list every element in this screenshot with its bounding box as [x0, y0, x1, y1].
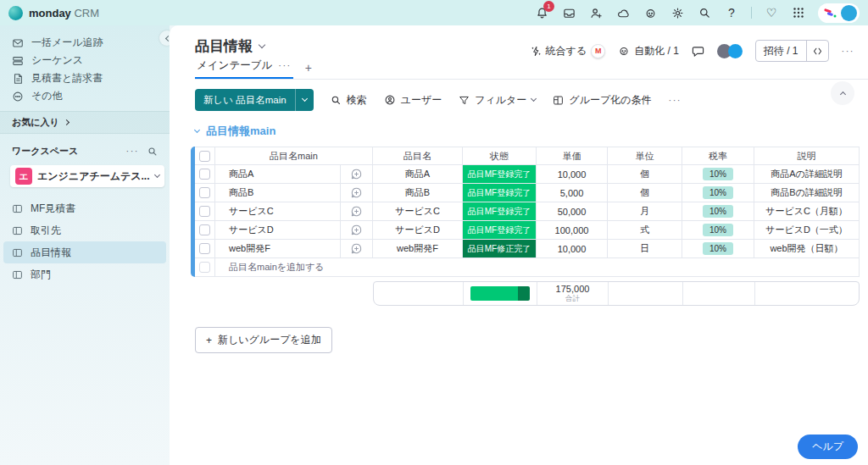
- copy-link-icon[interactable]: [806, 41, 828, 61]
- tab-options-icon[interactable]: ···: [278, 61, 292, 70]
- group-header[interactable]: 品目情報main: [195, 124, 868, 139]
- workspace-selector[interactable]: エ エンジニアチームテス...: [10, 165, 164, 187]
- settings-gear-icon[interactable]: [670, 5, 685, 20]
- row-checkbox[interactable]: [199, 206, 210, 217]
- checkbox-cell[interactable]: [195, 147, 215, 165]
- add-conversation-icon[interactable]: [350, 224, 363, 236]
- inbox-icon[interactable]: [561, 5, 576, 20]
- checkbox-cell[interactable]: [195, 240, 215, 258]
- automation-button[interactable]: 自動化 / 1: [618, 44, 679, 58]
- workspace-options-icon[interactable]: ···: [126, 147, 140, 156]
- column-header-税率[interactable]: 税率: [682, 147, 754, 165]
- sidebar-board-取引先[interactable]: 取引先: [3, 219, 166, 241]
- assistant-bot-icon[interactable]: [643, 5, 658, 20]
- checkbox-cell[interactable]: [195, 258, 215, 277]
- help-button[interactable]: ヘルプ: [798, 435, 858, 459]
- column-header-説明[interactable]: 説明: [754, 147, 860, 165]
- unit-cell[interactable]: 個: [608, 184, 682, 202]
- item-name-column-cell[interactable]: 商品A: [373, 165, 463, 184]
- tax-cell[interactable]: 10%: [682, 221, 754, 240]
- status-distribution-cell[interactable]: [464, 282, 537, 305]
- price-cell[interactable]: 10,000: [537, 240, 608, 258]
- tab-main-table[interactable]: メインテーブル ···: [195, 58, 293, 79]
- favorites-section[interactable]: お気に入り: [0, 111, 170, 134]
- price-cell[interactable]: 10,000: [537, 165, 608, 184]
- checkbox-cell[interactable]: [195, 202, 215, 221]
- column-header-状態[interactable]: 状態: [463, 147, 537, 165]
- sidebar-board-品目情報[interactable]: 品目情報: [3, 241, 166, 263]
- unit-cell[interactable]: 日: [608, 240, 682, 258]
- open-conversation-cell[interactable]: [341, 184, 373, 202]
- price-cell[interactable]: 50,000: [537, 202, 608, 221]
- description-cell[interactable]: 商品Aの詳細説明: [754, 165, 860, 184]
- sidebar-item-bulk-email-tracking[interactable]: 一括メール追跡: [12, 34, 170, 52]
- workspace-search-icon[interactable]: [147, 147, 158, 157]
- column-header-品目名[interactable]: 品目名: [373, 147, 463, 165]
- tax-cell[interactable]: 10%: [682, 202, 754, 221]
- add-conversation-icon[interactable]: [350, 242, 363, 255]
- description-cell[interactable]: 商品Bの詳細説明: [754, 184, 860, 202]
- filter-button[interactable]: フィルター: [459, 93, 536, 108]
- add-conversation-icon[interactable]: [350, 168, 363, 180]
- group-caret-icon[interactable]: [194, 127, 200, 133]
- item-name-cell[interactable]: サービスC: [215, 202, 341, 221]
- person-filter-button[interactable]: ユーザー: [384, 93, 442, 108]
- item-name-cell[interactable]: 商品B: [215, 184, 341, 202]
- add-conversation-icon[interactable]: [350, 186, 363, 199]
- row-checkbox[interactable]: [199, 151, 210, 162]
- new-item-caret[interactable]: [295, 89, 314, 111]
- sidebar-item-others[interactable]: その他: [12, 87, 170, 105]
- description-cell[interactable]: サービスC（月額）: [754, 202, 860, 221]
- unit-cell[interactable]: 個: [608, 165, 682, 184]
- item-name-cell[interactable]: 商品A: [215, 165, 341, 184]
- item-name-column-cell[interactable]: web開発F: [373, 240, 463, 258]
- favorites-heart-icon[interactable]: ♡: [764, 5, 779, 20]
- integrate-button[interactable]: 統合する M: [531, 44, 606, 58]
- search-icon[interactable]: [697, 5, 712, 20]
- add-item-label[interactable]: 品目名mainを追加する: [215, 258, 860, 277]
- sidebar-item-sequence[interactable]: シーケンス: [12, 52, 170, 69]
- status-cell[interactable]: 品目MF修正完了: [463, 240, 537, 258]
- group-by-button[interactable]: グループ化の条件: [553, 93, 651, 108]
- open-conversation-cell[interactable]: [341, 202, 373, 221]
- item-name-cell[interactable]: web開発F: [215, 240, 341, 258]
- user-avatar[interactable]: [841, 5, 857, 21]
- sidebar-board-MF見積書[interactable]: MF見積書: [3, 197, 166, 219]
- sidebar-item-quotes-invoices[interactable]: 見積書と請求書: [12, 69, 170, 87]
- status-cell[interactable]: 品目MF登録完了: [463, 184, 537, 202]
- item-name-column-cell[interactable]: サービスC: [373, 202, 463, 221]
- row-checkbox[interactable]: [199, 224, 210, 235]
- open-conversation-cell[interactable]: [341, 165, 373, 184]
- add-conversation-icon[interactable]: [350, 205, 363, 218]
- notifications-bell-icon[interactable]: 1: [534, 5, 549, 20]
- column-header-単位[interactable]: 単位: [608, 147, 682, 165]
- search-button[interactable]: 検索: [331, 93, 367, 108]
- toolbar-more-icon[interactable]: ···: [668, 96, 682, 105]
- open-conversation-cell[interactable]: [341, 221, 373, 240]
- row-checkbox[interactable]: [199, 169, 210, 180]
- brand[interactable]: monday CRM: [8, 6, 99, 20]
- row-checkbox[interactable]: [199, 243, 210, 254]
- price-cell[interactable]: 100,000: [537, 221, 608, 240]
- status-cell[interactable]: 品目MF登録完了: [463, 221, 537, 240]
- unit-cell[interactable]: 式: [608, 221, 682, 240]
- column-header-単価[interactable]: 単価: [537, 147, 608, 165]
- invite-members-icon[interactable]: [588, 5, 604, 20]
- tax-cell[interactable]: 10%: [682, 165, 754, 184]
- unit-cell[interactable]: 月: [608, 202, 682, 221]
- item-name-column-cell[interactable]: サービスD: [373, 221, 463, 240]
- collapse-header-button[interactable]: [831, 81, 854, 105]
- add-view-button[interactable]: +: [305, 61, 312, 75]
- price-total-cell[interactable]: 175,000 合計: [537, 282, 609, 305]
- invite-button[interactable]: 招待 / 1: [756, 41, 806, 61]
- add-group-button[interactable]: + 新しいグループを追加: [195, 327, 332, 353]
- group-title[interactable]: 品目情報main: [206, 124, 275, 139]
- add-item-row[interactable]: 品目名mainを追加する: [195, 258, 860, 277]
- checkbox-cell[interactable]: [195, 184, 215, 202]
- whats-new-icon[interactable]: [615, 5, 631, 20]
- tax-cell[interactable]: 10%: [682, 240, 754, 258]
- open-conversation-cell[interactable]: [341, 240, 373, 258]
- sidebar-board-部門[interactable]: 部門: [3, 263, 166, 285]
- status-cell[interactable]: 品目MF登録完了: [463, 202, 537, 221]
- price-cell[interactable]: 5,000: [537, 184, 608, 202]
